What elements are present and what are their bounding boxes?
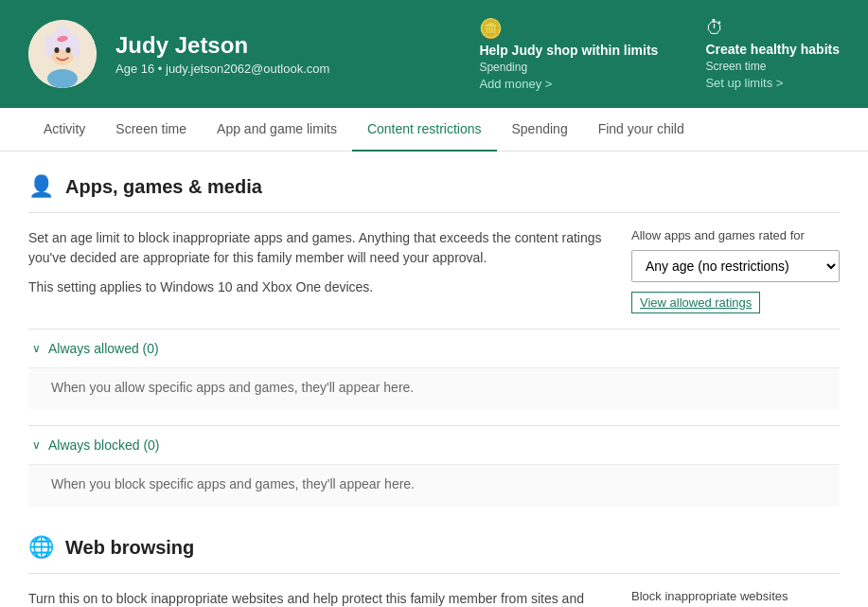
chevron-down-icon: ∨	[32, 342, 41, 355]
web-heading-text: Web browsing	[65, 537, 194, 559]
screentime-link[interactable]: Set up limits >	[705, 76, 840, 90]
avatar	[28, 20, 97, 88]
apps-section-heading: 👤 Apps, games & media	[28, 174, 840, 213]
age-rating-dropdown[interactable]: Any age (no restrictions)	[631, 250, 840, 282]
apps-desc2: This setting applies to Windows 10 and X…	[28, 277, 612, 297]
svg-point-7	[66, 47, 71, 53]
svg-point-3	[44, 35, 54, 58]
apps-section-body: Set an age limit to block inappropriate …	[28, 228, 840, 313]
screen-time-action: ⏱ Create healthy habits Screen time Set …	[705, 17, 840, 91]
always-blocked-empty: When you block specific apps and games, …	[51, 476, 415, 491]
spending-link[interactable]: Add money >	[479, 77, 658, 91]
web-desc1: Turn this on to block inappropriate webs…	[28, 589, 612, 607]
apps-heading-text: Apps, games & media	[65, 176, 262, 198]
header: Judy Jetson Age 16 • judy.jetson2062@out…	[0, 0, 868, 108]
svg-point-8	[47, 69, 78, 88]
view-allowed-ratings-link[interactable]: View allowed ratings	[631, 292, 760, 313]
header-actions: 🪙 Help Judy shop within limits Spending …	[479, 17, 840, 91]
tab-app-game-limits[interactable]: App and game limits	[202, 108, 352, 152]
screentime-icon: ⏱	[705, 17, 840, 39]
web-section-body: Turn this on to block inappropriate webs…	[28, 589, 840, 607]
user-name: Judy Jetson	[115, 32, 460, 59]
screentime-title: Create healthy habits	[705, 42, 840, 57]
tab-activity[interactable]: Activity	[28, 108, 100, 152]
always-blocked-label: Always blocked (0)	[48, 437, 160, 453]
always-allowed-toggle[interactable]: ∨ Always allowed (0)	[28, 330, 840, 367]
always-blocked-content: When you block specific apps and games, …	[28, 464, 840, 507]
always-blocked-section: ∨ Always blocked (0) When you block spec…	[28, 425, 840, 507]
user-info: Judy Jetson Age 16 • judy.jetson2062@out…	[115, 32, 460, 76]
tab-spending[interactable]: Spending	[497, 108, 583, 152]
tab-find-your-child[interactable]: Find your child	[583, 108, 700, 152]
always-blocked-toggle[interactable]: ∨ Always blocked (0)	[28, 426, 840, 464]
svg-point-4	[71, 35, 80, 58]
web-browsing-section: 🌐 Web browsing Turn this on to block ina…	[28, 535, 840, 607]
web-icon: 🌐	[28, 535, 54, 560]
web-side: Block inappropriate websites Off	[631, 589, 840, 607]
spending-sub: Spending	[479, 61, 658, 74]
tab-bar: Activity Screen time App and game limits…	[0, 108, 868, 152]
apps-desc1: Set an age limit to block inappropriate …	[28, 228, 612, 268]
apps-side-label: Allow apps and games rated for	[631, 228, 840, 242]
tab-screen-time[interactable]: Screen time	[100, 108, 202, 152]
always-allowed-label: Always allowed (0)	[48, 341, 159, 356]
apps-description: Set an age limit to block inappropriate …	[28, 228, 612, 313]
user-age: Age 16	[115, 62, 154, 76]
always-allowed-empty: When you allow specific apps and games, …	[51, 380, 414, 395]
spending-icon: 🪙	[479, 17, 658, 40]
spending-title: Help Judy shop within limits	[479, 43, 658, 58]
svg-point-6	[55, 47, 60, 53]
spending-action: 🪙 Help Judy shop within limits Spending …	[479, 17, 658, 91]
always-allowed-section: ∨ Always allowed (0) When you allow spec…	[28, 329, 840, 410]
apps-side: Allow apps and games rated for Any age (…	[631, 228, 840, 313]
main-content: 👤 Apps, games & media Set an age limit t…	[0, 152, 868, 607]
user-detail: Age 16 • judy.jetson2062@outlook.com	[115, 62, 460, 76]
web-section-heading: 🌐 Web browsing	[28, 535, 840, 574]
always-allowed-content: When you allow specific apps and games, …	[28, 367, 840, 410]
chevron-down-icon-2: ∨	[32, 438, 41, 452]
user-email: judy.jetson2062@outlook.com	[166, 62, 329, 76]
web-description: Turn this on to block inappropriate webs…	[28, 589, 612, 607]
apps-icon: 👤	[28, 174, 54, 199]
tab-content-restrictions[interactable]: Content restrictions	[352, 108, 497, 152]
screentime-sub: Screen time	[705, 60, 840, 73]
block-websites-label: Block inappropriate websites	[631, 589, 840, 603]
